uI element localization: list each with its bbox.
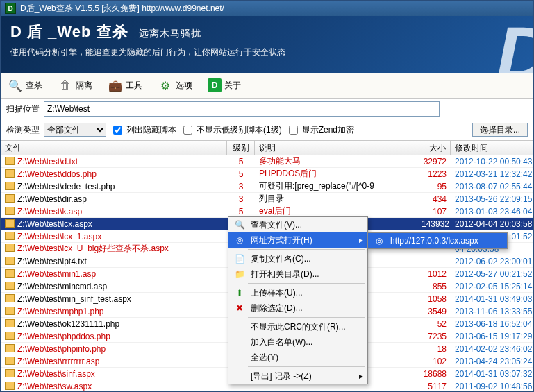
- menu-delete[interactable]: ✖删除选定(D)...: [228, 300, 367, 316]
- cell-size: 102: [417, 357, 451, 366]
- menu-open-dir[interactable]: 📁打开相关目录(D)...: [228, 266, 367, 282]
- cell-size: 52: [417, 319, 451, 329]
- briefcase-icon: 💼: [108, 78, 123, 93]
- folder-icon: [5, 294, 15, 302]
- cell-date: 2013-04-24 23:05:24: [451, 357, 533, 366]
- col-level[interactable]: 级别: [227, 141, 255, 155]
- cell-level: 3: [227, 194, 255, 204]
- cell-desc: PHPDDOS后门: [255, 168, 417, 180]
- cell-level: 5: [227, 157, 255, 167]
- folder-icon: [5, 344, 15, 352]
- brand-subtitle: 远离木马骚扰: [139, 28, 201, 39]
- col-date[interactable]: 修改时间: [451, 141, 533, 155]
- cell-size: 18: [417, 344, 451, 354]
- tools-label: 工具: [126, 80, 142, 92]
- col-desc[interactable]: 说明: [255, 141, 417, 155]
- tools-button[interactable]: 💼工具: [105, 76, 145, 94]
- scan-label: 查杀: [26, 80, 42, 92]
- about-icon: D: [208, 78, 222, 92]
- folder-icon: [5, 382, 15, 390]
- menu-open-url[interactable]: ◎网址方式打开(H)▸ ◎http://127.0.0.3/lcx.aspx: [228, 232, 367, 248]
- cell-file: Z:\Web\test\lcx_1.aspx: [1, 232, 227, 241]
- cell-date: 2013-01-03 23:46:04: [451, 207, 533, 216]
- menu-sep: [248, 366, 365, 367]
- table-row[interactable]: Z:\Web\test\ddos.php5PHPDDOS后门12232012-0…: [1, 168, 533, 180]
- path-label: 扫描位置: [6, 103, 40, 115]
- trash-icon: 🗑: [58, 78, 73, 93]
- menu-select-all[interactable]: 全选(Y): [228, 350, 367, 365]
- cell-file: Z:\Web\test\lcx_U_big好些查杀不杀.aspx: [1, 243, 227, 255]
- cell-date: 2012-05-27 00:21:52: [451, 269, 533, 279]
- cell-level: 3: [227, 182, 255, 191]
- cell-size: 3549: [417, 307, 451, 316]
- choose-dir-button[interactable]: 选择目录...: [472, 123, 528, 137]
- chevron-right-icon: ▸: [359, 235, 363, 245]
- app-icon: D: [5, 3, 16, 14]
- table-row[interactable]: Z:\Web\test\dede_test.php3可疑引用:[preg_rep…: [1, 180, 533, 193]
- col-size[interactable]: 大小: [417, 141, 451, 155]
- gear-icon: ⚙: [158, 78, 173, 93]
- menu-sep: [248, 283, 365, 284]
- type-label: 检测类型: [6, 124, 40, 136]
- col-file[interactable]: 文件: [1, 141, 227, 155]
- type-select[interactable]: 全部文件: [44, 123, 106, 137]
- chk-lowlevel-box[interactable]: [183, 126, 192, 135]
- cell-file: Z:\Web\test\rrrrrrrr.asp: [1, 357, 227, 366]
- context-menu: 🔍查看文件(V)... ◎网址方式打开(H)▸ ◎http://127.0.0.…: [228, 216, 368, 384]
- chk-hidden[interactable]: 列出隐藏脚本: [110, 123, 176, 137]
- menu-upload[interactable]: ⬆上传样本(U)...: [228, 285, 367, 300]
- cell-desc: 多功能大马: [255, 155, 417, 167]
- options-label: 选项: [176, 80, 192, 92]
- cell-file: Z:\Web\test\mphp1.php: [1, 307, 227, 316]
- cell-date: 2011-09-02 10:48:56: [451, 382, 533, 391]
- cell-date: 2013-11-06 13:33:55: [451, 307, 533, 316]
- globe-icon: ◎: [233, 235, 247, 245]
- title-bar[interactable]: D D盾_Web查杀 V1.5.5 [永久免费] http://www.d99n…: [1, 1, 533, 16]
- chk-zend[interactable]: 显示Zend加密: [286, 123, 354, 137]
- menu-export[interactable]: [导出] 记录 ->(Z)▸: [228, 368, 367, 384]
- cell-file: Z:\Web\test\k.asp: [1, 207, 227, 216]
- chk-zend-box[interactable]: [289, 126, 298, 135]
- path-input[interactable]: [44, 101, 440, 117]
- folder-icon: [5, 219, 15, 228]
- folder-icon: [5, 207, 15, 215]
- scan-type-row: 检测类型 全部文件 列出隐藏脚本 不显示低级别脚本(1级) 显示Zend加密 选…: [1, 119, 533, 140]
- submenu-url-item[interactable]: ◎http://127.0.0.3/lcx.aspx: [368, 233, 507, 248]
- menu-view-file[interactable]: 🔍查看文件(V)...: [228, 217, 367, 232]
- cell-date: 2013-06-15 19:17:29: [451, 332, 533, 341]
- cell-size: 95: [417, 182, 451, 191]
- cell-size: 143932: [417, 219, 451, 229]
- folder-icon: [5, 232, 15, 240]
- cell-date: 2014-02-02 23:46:02: [451, 344, 533, 354]
- cell-date: 2012-04-04 20:03:58: [451, 219, 533, 229]
- cell-file: Z:\Web\test\lpt4.txt: [1, 257, 227, 266]
- about-button[interactable]: D关于: [205, 77, 244, 94]
- options-button[interactable]: ⚙选项: [155, 76, 195, 94]
- copy-icon: 📄: [233, 254, 247, 264]
- cell-size: 434: [417, 194, 451, 204]
- cell-size: 5117: [417, 382, 451, 391]
- menu-copy-name[interactable]: 📄复制文件名(C)...: [228, 251, 367, 266]
- table-row[interactable]: Z:\Web\test\d.txt5多功能大马329722012-10-22 0…: [1, 155, 533, 168]
- cell-date: 2012-03-21 12:32:42: [451, 169, 533, 179]
- cell-file: Z:\Web\test\mincmd.asp: [1, 282, 227, 291]
- cell-size: 1058: [417, 294, 451, 304]
- menu-whitelist[interactable]: 加入白名单(W)...: [228, 334, 367, 350]
- cell-level: 5: [227, 207, 255, 216]
- menu-hide-crc[interactable]: 不显示此CRC的文件(R)...: [228, 319, 367, 334]
- cell-file: Z:\Web\test\phpddos.php: [1, 332, 227, 341]
- delete-icon: ✖: [233, 303, 247, 313]
- brand-title: D 盾 _Web 查杀: [10, 23, 128, 40]
- table-row[interactable]: Z:\Web\test\dir.asp3列目录4342013-05-26 22:…: [1, 193, 533, 205]
- quarantine-button[interactable]: 🗑隔离: [55, 76, 95, 94]
- magnifier-icon: 🔍: [8, 78, 23, 93]
- chk-lowlevel[interactable]: 不显示低级别脚本(1级): [181, 123, 282, 137]
- chk-hidden-box[interactable]: [113, 126, 122, 135]
- cell-date: 2013-08-07 02:55:44: [451, 182, 533, 191]
- cell-file: Z:\Web\test\dir.asp: [1, 194, 227, 204]
- cell-size: 1223: [417, 169, 451, 179]
- cell-desc: 可疑引用:[preg_replace("#[^0-9: [255, 180, 417, 192]
- scan-button[interactable]: 🔍查杀: [5, 76, 45, 94]
- grid-header: 文件 级别 说明 大小 修改时间: [1, 140, 533, 155]
- folder-icon: [5, 282, 15, 290]
